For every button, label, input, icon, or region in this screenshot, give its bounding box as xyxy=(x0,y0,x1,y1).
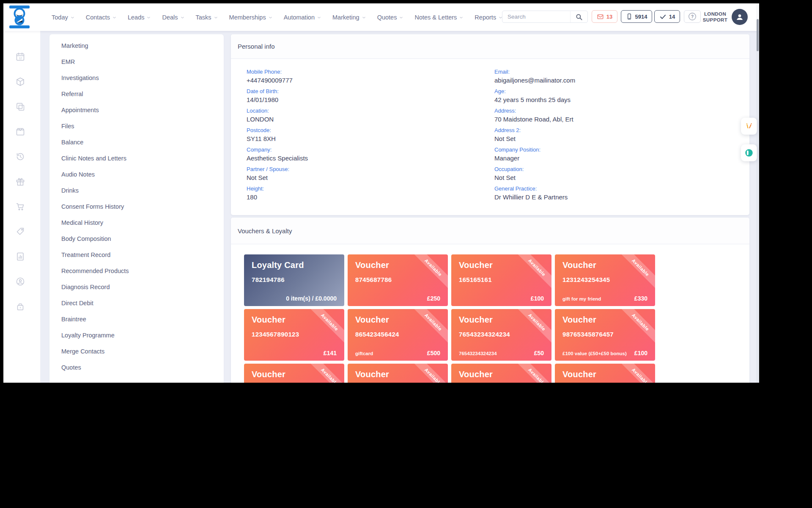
sidebar-item-files[interactable]: Files xyxy=(49,118,224,134)
sidebar-item-referral[interactable]: Referral xyxy=(49,86,224,102)
user-name[interactable]: LONDON SUPPORT xyxy=(701,11,729,23)
field-label: Mobile Phone: xyxy=(247,69,308,75)
vouchers-loyalty-card: Vouchers & Loyalty Loyalty Card782194786… xyxy=(231,218,749,383)
nav-memberships[interactable]: Memberships xyxy=(229,14,272,21)
voucher-tile[interactable]: Voucher7654323432423476543234324234£50Av… xyxy=(451,309,551,361)
nav-label: Notes & Letters xyxy=(414,14,457,21)
box-icon[interactable] xyxy=(15,127,25,137)
voucher-tile[interactable]: Voucher865423456424giftcard£500Available xyxy=(348,309,448,361)
loyalty-card-tile[interactable]: Loyalty Card7821947860 item(s) / £0.0000 xyxy=(244,254,344,306)
sidebar-item-loyalty-programme[interactable]: Loyalty Programme xyxy=(49,327,224,343)
voucher-tile[interactable]: VoucherAvailable xyxy=(244,364,344,383)
voucher-tile[interactable]: Voucher1231243254345gift for my friend£3… xyxy=(555,254,655,306)
tile-number: 76543234324234 xyxy=(459,331,544,338)
chevron-down-icon xyxy=(459,14,463,21)
voucher-tile[interactable]: VoucherAvailable xyxy=(451,364,551,383)
sidebar-item-audio-notes[interactable]: Audio Notes xyxy=(49,166,224,182)
nav-reports[interactable]: Reports xyxy=(475,14,502,21)
voucher-tile[interactable]: Voucher8745687786£250Available xyxy=(348,254,448,306)
sidebar-item-investigations[interactable]: Investigations xyxy=(49,70,224,86)
cart-icon[interactable] xyxy=(15,202,25,212)
lock-icon[interactable] xyxy=(15,301,25,312)
chevron-down-icon xyxy=(112,14,116,21)
field-value: Aesthetics Specialists xyxy=(247,155,308,162)
voucher-tile[interactable]: VoucherAvailable xyxy=(555,364,655,383)
nav-automation[interactable]: Automation xyxy=(284,14,321,21)
sidebar-item-label: Merge Contacts xyxy=(61,348,104,355)
sidebar-item-recommended-products[interactable]: Recommended Products xyxy=(49,263,224,279)
scrollbar-thumb[interactable] xyxy=(757,19,759,51)
chat-icon xyxy=(744,148,754,157)
sidebar-item-emr[interactable]: EMR xyxy=(49,54,224,70)
sidebar-item-marketing[interactable]: Marketing xyxy=(49,38,224,54)
tile-number: 1231243254345 xyxy=(562,276,647,283)
mail-badge[interactable]: 13 xyxy=(592,10,617,23)
tile-number: 782194786 xyxy=(252,276,337,283)
field-address: Address:70 Maidstone Road, Abl, Ert xyxy=(494,108,575,123)
nav-contacts[interactable]: Contacts xyxy=(86,14,116,21)
sidebar-item-appointments[interactable]: Appointments xyxy=(49,102,224,118)
tile-amount: £500 xyxy=(427,350,440,356)
sidebar-item-label: Appointments xyxy=(61,107,99,113)
voucher-tile[interactable]: Voucher98765345876457£100 value (£50+£50… xyxy=(555,309,655,361)
search-icon[interactable] xyxy=(570,11,587,22)
app-logo-icon[interactable] xyxy=(9,5,30,29)
sidebar-item-treatment-record[interactable]: Treatment Record xyxy=(49,247,224,263)
nav-notes-letters[interactable]: Notes & Letters xyxy=(414,14,463,21)
nav-quotes[interactable]: Quotes xyxy=(377,14,403,21)
sidebar-item-consent-forms-history[interactable]: Consent Forms History xyxy=(49,199,224,215)
voucher-tile[interactable]: Voucher1234567890123£141Available xyxy=(244,309,344,361)
field-date-of-birth: Date of Birth:14/01/1980 xyxy=(247,88,308,103)
user-name-line1: LONDON xyxy=(701,11,729,17)
tile-bottom-row: giftcard£500 xyxy=(355,350,440,356)
history-icon[interactable] xyxy=(15,152,25,162)
tasks-badge[interactable]: 14 xyxy=(654,10,680,23)
nav-tasks[interactable]: Tasks xyxy=(196,14,218,21)
avatar[interactable] xyxy=(732,9,748,25)
calendar-icon[interactable]: 12 xyxy=(15,52,25,62)
voucher-tile[interactable]: VoucherAvailable xyxy=(348,364,448,383)
scrollbar-track[interactable] xyxy=(756,3,759,383)
nav-leads[interactable]: Leads xyxy=(128,14,151,21)
nav-marketing[interactable]: Marketing xyxy=(332,14,366,21)
whats-new-button[interactable] xyxy=(741,118,757,135)
tile-number: 165165161 xyxy=(459,276,544,283)
sidebar-item-label: Quotes xyxy=(61,364,81,371)
report-icon[interactable] xyxy=(15,251,25,262)
envelope-icon xyxy=(597,13,604,20)
sidebar-item-direct-debit[interactable]: Direct Debit xyxy=(49,295,224,311)
client-icon[interactable] xyxy=(15,276,25,287)
tile-bottom-row: £100 xyxy=(459,295,544,302)
chat-widget-button[interactable] xyxy=(741,144,757,161)
tile-number: 865423456424 xyxy=(355,331,440,338)
copy-icon[interactable] xyxy=(15,102,25,112)
sidebar-item-diagnosis-record[interactable]: Diagnosis Record xyxy=(49,279,224,295)
nav-deals[interactable]: Deals xyxy=(162,14,184,21)
tag-icon[interactable] xyxy=(15,226,25,237)
field-value: SY11 8XH xyxy=(247,135,308,142)
sidebar-item-quotes[interactable]: Quotes xyxy=(49,359,224,375)
phone-badge[interactable]: 5914 xyxy=(621,10,652,23)
gift-icon[interactable] xyxy=(15,177,25,187)
sidebar-item-clinic-notes-and-letters[interactable]: Clinic Notes and Letters xyxy=(49,150,224,166)
tasks-count: 14 xyxy=(669,14,675,20)
sidebar-item-braintree[interactable]: Braintree xyxy=(49,311,224,327)
field-value: LONDON xyxy=(247,116,308,123)
sidebar-item-merge-contacts[interactable]: Merge Contacts xyxy=(49,343,224,359)
sidebar-item-drinks[interactable]: Drinks xyxy=(49,182,224,199)
search-input[interactable] xyxy=(502,14,570,20)
package-icon[interactable] xyxy=(15,77,25,87)
sidebar-item-label: Drinks xyxy=(61,187,79,194)
sidebar-item-label: Files xyxy=(61,123,74,130)
sidebar-item-medical-history[interactable]: Medical History xyxy=(49,215,224,231)
tile-bottom-row: £100 value (£50+£50 bonus)£100 xyxy=(562,350,647,356)
sidebar-item-balance[interactable]: Balance xyxy=(49,134,224,150)
field-email: Email:abigailjones@mailinator.com xyxy=(494,69,575,84)
nav-label: Leads xyxy=(128,14,145,21)
sidebar-item-body-composition[interactable]: Body Composition xyxy=(49,231,224,247)
help-button[interactable]: ? xyxy=(684,10,701,23)
voucher-tile[interactable]: Voucher165165161£100Available xyxy=(451,254,551,306)
check-icon xyxy=(659,13,667,20)
field-value: 70 Maidstone Road, Abl, Ert xyxy=(494,116,575,123)
nav-today[interactable]: Today xyxy=(52,14,74,21)
